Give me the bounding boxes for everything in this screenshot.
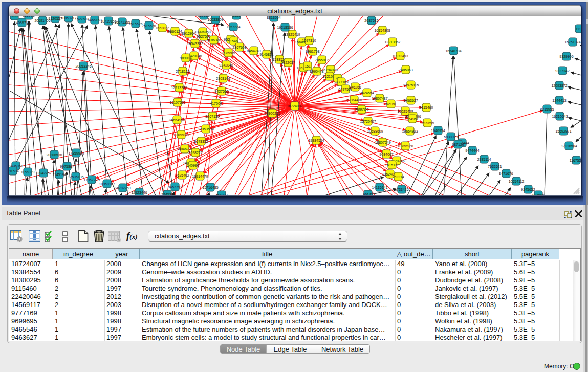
svg-text:20364436: 20364436 — [346, 98, 362, 102]
svg-text:8186328: 8186328 — [207, 38, 221, 42]
svg-text:746266: 746266 — [349, 85, 361, 89]
svg-text:2055: 2055 — [10, 16, 18, 18]
svg-text:16543382: 16543382 — [187, 42, 203, 46]
svg-text:163903: 163903 — [23, 16, 34, 17]
svg-text:1527602: 1527602 — [75, 17, 89, 21]
svg-text:1640954: 1640954 — [431, 129, 445, 133]
svg-text:6466160: 6466160 — [88, 18, 101, 22]
svg-text:1733426: 1733426 — [395, 188, 408, 191]
svg-text:15751074: 15751074 — [564, 40, 580, 44]
svg-text:25300215: 25300215 — [264, 112, 280, 115]
svg-text:3675685: 3675685 — [221, 51, 235, 55]
svg-text:3624554: 3624554 — [360, 91, 374, 95]
svg-text:2718126: 2718126 — [176, 70, 189, 73]
svg-text:5322037: 5322037 — [281, 61, 295, 64]
svg-text:8912954: 8912954 — [182, 32, 195, 35]
svg-text:7625402: 7625402 — [175, 173, 189, 177]
svg-text:16648784: 16648784 — [445, 49, 461, 53]
svg-text:989014: 989014 — [180, 56, 191, 60]
svg-text:62160: 62160 — [386, 102, 396, 106]
svg-text:2087682: 2087682 — [364, 19, 378, 23]
svg-text:3267130: 3267130 — [205, 115, 219, 118]
svg-text:8698222: 8698222 — [188, 151, 202, 155]
svg-text:15716485: 15716485 — [202, 186, 218, 189]
svg-text:7663822: 7663822 — [155, 26, 169, 30]
svg-text:12942757: 12942757 — [35, 171, 51, 175]
svg-text:9115460: 9115460 — [420, 106, 433, 110]
svg-text:7357224: 7357224 — [226, 25, 240, 29]
svg-text:8678352: 8678352 — [194, 140, 208, 143]
svg-text:1097310: 1097310 — [302, 39, 316, 42]
svg-text:7515526: 7515526 — [142, 24, 156, 28]
svg-text:9463627: 9463627 — [404, 99, 418, 102]
svg-text:18807249: 18807249 — [375, 141, 390, 144]
svg-text:15692971: 15692971 — [555, 129, 571, 133]
svg-text:6961758: 6961758 — [306, 50, 319, 53]
svg-text:2867608: 2867608 — [232, 46, 246, 49]
svg-text:12213967: 12213967 — [384, 40, 400, 44]
svg-text:160338: 160338 — [198, 16, 209, 17]
svg-text:20206536: 20206536 — [46, 153, 62, 157]
svg-text:16033809: 16033809 — [207, 18, 223, 21]
svg-text:1156829: 1156829 — [21, 170, 35, 174]
svg-text:12505135: 12505135 — [68, 175, 83, 179]
svg-text:687124: 687124 — [452, 143, 464, 146]
svg-text:9660124: 9660124 — [168, 30, 182, 33]
svg-text:8215955: 8215955 — [540, 107, 554, 111]
svg-text:9242848: 9242848 — [219, 63, 233, 67]
svg-text:19218586: 19218586 — [277, 26, 293, 29]
svg-text:1244413: 1244413 — [552, 99, 566, 102]
svg-text:15720407: 15720407 — [360, 120, 376, 123]
svg-text:8471676: 8471676 — [499, 172, 513, 176]
svg-text:5938923: 5938923 — [444, 135, 458, 139]
svg-text:391594: 391594 — [9, 169, 19, 173]
svg-text:10688609: 10688609 — [367, 129, 383, 133]
svg-text:774531: 774531 — [161, 193, 173, 195]
svg-text:19384554: 19384554 — [308, 139, 324, 142]
svg-text:14055714: 14055714 — [14, 21, 30, 25]
svg-text:16046798: 16046798 — [177, 147, 192, 151]
svg-text:1546: 1546 — [230, 39, 238, 43]
svg-text:10853217: 10853217 — [60, 16, 76, 20]
svg-text:17957225: 17957225 — [83, 178, 99, 182]
svg-text:18724007: 18724007 — [287, 104, 302, 108]
svg-text:8813054: 8813054 — [267, 16, 280, 19]
svg-text:16107554: 16107554 — [169, 101, 185, 104]
svg-text:1167534: 1167534 — [570, 159, 581, 162]
svg-text:7986322: 7986322 — [355, 108, 368, 112]
svg-text:1145194: 1145194 — [53, 173, 67, 177]
svg-text:12213389: 12213389 — [171, 86, 187, 90]
svg-text:9329906: 9329906 — [559, 55, 573, 58]
svg-text:8454749: 8454749 — [247, 49, 260, 53]
svg-text:1112: 1112 — [576, 27, 581, 31]
svg-text:2935114: 2935114 — [477, 158, 491, 161]
svg-text:10654112: 10654112 — [509, 180, 525, 183]
svg-text:20053346: 20053346 — [75, 64, 91, 68]
svg-text:1615132: 1615132 — [385, 163, 399, 167]
svg-text:9699695: 9699695 — [420, 121, 434, 125]
svg-text:9146821: 9146821 — [259, 53, 273, 56]
svg-text:10973493: 10973493 — [392, 54, 408, 58]
svg-text:96142: 96142 — [363, 193, 373, 195]
svg-text:8427552: 8427552 — [214, 90, 228, 93]
svg-text:252214: 252214 — [392, 175, 404, 179]
svg-text:10807487: 10807487 — [372, 97, 387, 100]
svg-text:9227342: 9227342 — [555, 69, 569, 73]
svg-text:151: 151 — [304, 64, 311, 68]
svg-text:12093872: 12093872 — [551, 84, 567, 87]
svg-text:254957: 254957 — [406, 117, 418, 121]
svg-text:8990448: 8990448 — [310, 70, 323, 73]
svg-text:16154808: 16154808 — [374, 29, 390, 32]
svg-text:10756928: 10756928 — [397, 144, 413, 148]
svg-text:417004: 417004 — [210, 102, 222, 105]
svg-text:16671355: 16671355 — [114, 20, 130, 24]
svg-text:9457791: 9457791 — [168, 185, 182, 189]
svg-text:9245652: 9245652 — [521, 188, 535, 191]
svg-text:16782759: 16782759 — [115, 186, 130, 190]
svg-text:924506: 924506 — [532, 193, 544, 195]
svg-text:9084067: 9084067 — [379, 152, 393, 156]
svg-text:140994: 140994 — [187, 164, 199, 167]
svg-text:17359924: 17359924 — [68, 151, 84, 155]
svg-text:19166829: 19166829 — [173, 133, 189, 137]
svg-text:9777169: 9777169 — [334, 80, 348, 84]
